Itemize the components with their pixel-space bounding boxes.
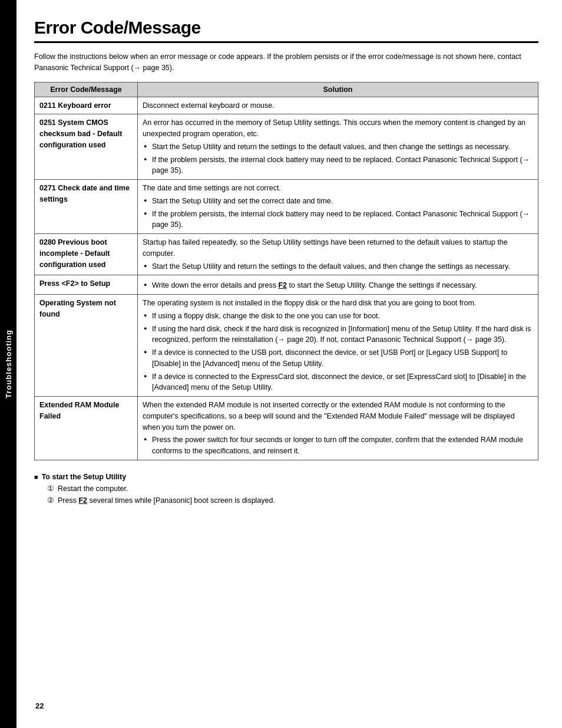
table-row: 0280 Previous boot incomplete - Default … — [35, 234, 538, 275]
solution-bullets: Start the Setup Utility and set the corr… — [143, 196, 533, 230]
setup-utility-section: To start the Setup Utility Restart the c… — [34, 471, 538, 506]
error-code-cell: 0271 Check date and time settings — [35, 180, 138, 234]
table-header-error: Error Code/Message — [35, 82, 138, 97]
error-code-cell: 0251 System CMOS checksum bad - Default … — [35, 114, 138, 180]
solution-text: The operating system is not installed in… — [143, 298, 533, 309]
solution-cell: Write down the error details and press F… — [138, 275, 538, 295]
solution-cell: The date and time settings are not corre… — [138, 180, 538, 234]
table-row: Extended RAM Module FailedWhen the exten… — [35, 397, 538, 460]
solution-bullet-item: Press the power switch for four seconds … — [143, 434, 533, 457]
solution-bullet-item: Start the Setup Utility and return the s… — [143, 261, 533, 272]
solution-text: When the extended RAM module is not inse… — [143, 400, 533, 433]
solution-bullet-item: If the problem persists, the internal cl… — [143, 154, 533, 177]
solution-bullets: Write down the error details and press F… — [143, 280, 533, 291]
setup-steps-list: Restart the computer. Press F2 several t… — [47, 483, 538, 506]
sidebar: Troubleshooting — [0, 0, 16, 728]
solution-bullet-item: If a device is connected to the USB port… — [143, 347, 533, 370]
table-row: 0251 System CMOS checksum bad - Default … — [35, 114, 538, 180]
error-code-cell: Extended RAM Module Failed — [35, 397, 138, 460]
error-code-cell: 0211 Keyboard error — [35, 97, 138, 114]
solution-cell: An error has occurred in the memory of S… — [138, 114, 538, 180]
setup-step-2: Press F2 several times while [Panasonic]… — [47, 495, 538, 506]
page-title: Error Code/Message — [34, 18, 538, 38]
solution-bullets: Start the Setup Utility and return the s… — [143, 141, 533, 176]
sidebar-label: Troubleshooting — [4, 330, 13, 398]
solution-bullets: If using a floppy disk, change the disk … — [143, 311, 533, 393]
page-number: 22 — [35, 701, 44, 710]
solution-bullet-item: Write down the error details and press F… — [143, 280, 533, 291]
solution-bullets: Press the power switch for four seconds … — [143, 434, 533, 457]
error-code-cell: Operating System not found — [35, 295, 138, 397]
table-row: 0271 Check date and time settingsThe dat… — [35, 180, 538, 234]
solution-bullet-item: Start the Setup Utility and set the corr… — [143, 196, 533, 207]
solution-text: An error has occurred in the memory of S… — [143, 117, 533, 140]
solution-bullet-item: If using the hard disk, check if the har… — [143, 324, 533, 346]
table-row: Press <F2> to SetupWrite down the error … — [35, 275, 538, 295]
solution-cell: Startup has failed repeatedly, so the Se… — [138, 234, 538, 275]
solution-text: The date and time settings are not corre… — [143, 183, 533, 194]
solution-cell: When the extended RAM module is not inse… — [138, 397, 538, 460]
table-row: 0211 Keyboard errorDisconnect external k… — [35, 97, 538, 114]
solution-bullet-item: If the problem persists, the internal cl… — [143, 209, 533, 231]
table-header-solution: Solution — [138, 82, 538, 97]
setup-utility-title: To start the Setup Utility — [34, 471, 538, 483]
solution-bullets: Start the Setup Utility and return the s… — [143, 261, 533, 272]
table-row: Operating System not foundThe operating … — [35, 295, 538, 397]
solution-bullet-item: If a device is connected to the ExpressC… — [143, 371, 533, 394]
solution-bullet-item: Start the Setup Utility and return the s… — [143, 141, 533, 153]
solution-text: Startup has failed repeatedly, so the Se… — [143, 237, 533, 259]
solution-bullet-item: If using a floppy disk, change the disk … — [143, 311, 533, 322]
f2-key: F2 — [278, 281, 287, 289]
f2-key-2: F2 — [78, 496, 87, 505]
solution-cell: The operating system is not installed in… — [138, 295, 538, 397]
setup-step-1: Restart the computer. — [47, 483, 538, 495]
error-code-cell: 0280 Previous boot incomplete - Default … — [35, 234, 138, 275]
intro-paragraph: Follow the instructions below when an er… — [34, 51, 538, 74]
solution-text: Disconnect external keyboard or mouse. — [143, 100, 533, 111]
title-divider — [34, 41, 538, 43]
solution-cell: Disconnect external keyboard or mouse. — [138, 97, 538, 114]
main-content: Error Code/Message Follow the instructio… — [16, 0, 562, 728]
error-code-cell: Press <F2> to Setup — [35, 275, 138, 295]
error-table: Error Code/Message Solution 0211 Keyboar… — [34, 82, 538, 460]
